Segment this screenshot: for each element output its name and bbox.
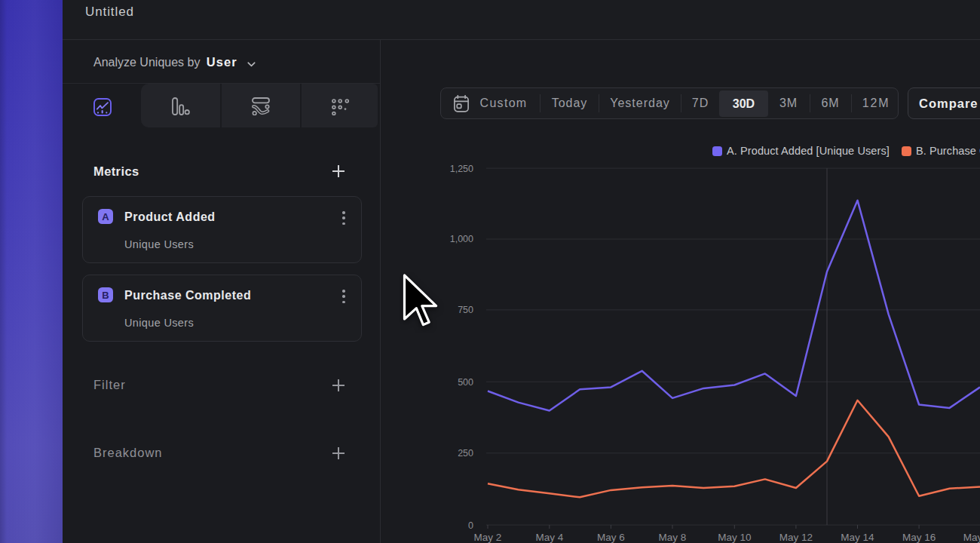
svg-text:750: 750 xyxy=(458,305,473,315)
svg-text:May 6: May 6 xyxy=(597,532,625,543)
svg-text:May 16: May 16 xyxy=(902,532,936,543)
svg-text:0: 0 xyxy=(468,520,473,531)
svg-text:1,250: 1,250 xyxy=(450,164,473,174)
svg-text:May 2: May 2 xyxy=(474,532,502,543)
svg-text:May 14: May 14 xyxy=(841,532,874,543)
svg-text:May 12: May 12 xyxy=(779,532,813,543)
svg-text:May 10: May 10 xyxy=(718,532,751,543)
svg-text:May 18: May 18 xyxy=(963,532,980,543)
svg-text:1,000: 1,000 xyxy=(450,234,473,244)
svg-text:500: 500 xyxy=(458,377,473,388)
svg-text:May 4: May 4 xyxy=(535,532,563,543)
svg-text:May 8: May 8 xyxy=(659,532,687,543)
svg-text:250: 250 xyxy=(458,448,473,459)
